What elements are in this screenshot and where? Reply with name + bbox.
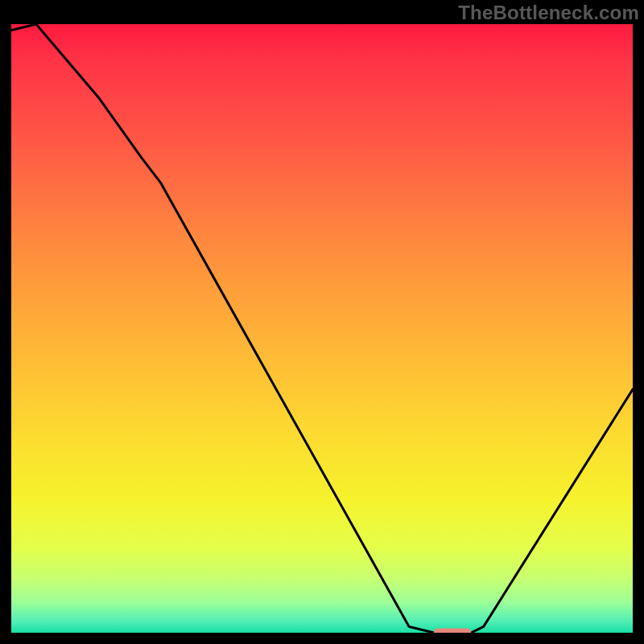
chart-container: TheBottleneck.com (0, 0, 644, 644)
bottleneck-curve-svg (11, 24, 633, 633)
plot-area (11, 24, 633, 633)
watermark-text: TheBottleneck.com (458, 2, 639, 24)
bottleneck-curve-path (11, 24, 633, 633)
plot-inner (11, 24, 633, 633)
optimal-marker (434, 629, 471, 634)
